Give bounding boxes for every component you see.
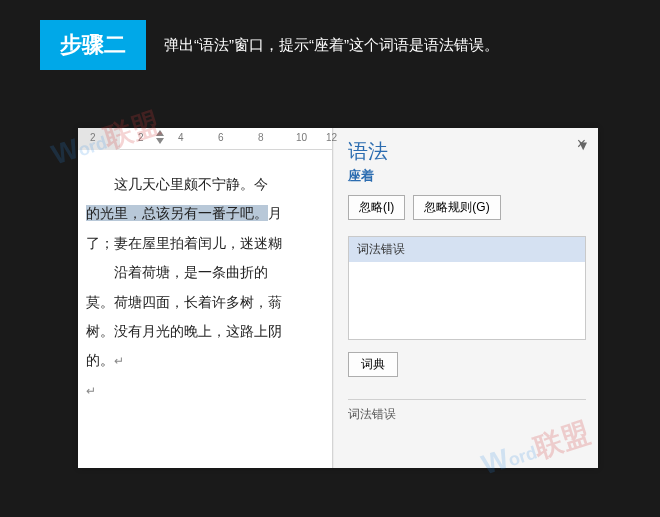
doc-line: 的。↵ xyxy=(86,346,332,375)
paragraph-mark-icon: ↵ xyxy=(86,384,96,398)
word-app-window: 2 2 4 6 8 10 12 这几天心里颇不宁静。今 的光里，总该另有一番子吧… xyxy=(78,128,598,468)
pane-options-icon[interactable]: ▼ xyxy=(577,138,590,153)
step-description: 弹出“语法”窗口，提示“座着”这个词语是语法错误。 xyxy=(164,36,499,55)
doc-line: 了；妻在屋里拍着闰儿，迷迷糊 xyxy=(86,229,332,258)
ignore-rule-button[interactable]: 忽略规则(G) xyxy=(413,195,500,220)
ruler-tick: 8 xyxy=(258,132,264,143)
ruler-margin-shade xyxy=(78,128,120,150)
ruler-tick: 10 xyxy=(296,132,307,143)
ruler-tick: 2 xyxy=(138,132,144,143)
dictionary-row: 词典 xyxy=(348,352,586,377)
doc-line: 这几天心里颇不宁静。今 xyxy=(86,170,332,199)
suggestions-list[interactable]: 词法错误 xyxy=(348,236,586,340)
highlighted-text: 的光里，总该另有一番子吧。 xyxy=(86,205,268,221)
indent-marker-top[interactable] xyxy=(156,130,164,136)
error-type-label: 词法错误 xyxy=(348,399,586,423)
pane-title: 语法 xyxy=(348,138,388,165)
pane-header: 语法 座着 ▼ × xyxy=(348,138,586,185)
suggestion-item[interactable]: 词法错误 xyxy=(349,237,585,262)
doc-line: 沿着荷塘，是一条曲折的 xyxy=(86,258,332,287)
ruler-tick: 2 xyxy=(90,132,96,143)
paragraph-mark-icon: ↵ xyxy=(114,354,124,368)
ruler-tick: 4 xyxy=(178,132,184,143)
ruler-tick: 12 xyxy=(326,132,337,143)
ruler-tick: 6 xyxy=(218,132,224,143)
indent-marker-bottom[interactable] xyxy=(156,138,164,144)
horizontal-ruler[interactable]: 2 2 4 6 8 10 12 xyxy=(78,128,332,150)
flagged-word: 座着 xyxy=(348,167,388,185)
doc-line: 树。没有月光的晚上，这路上阴 xyxy=(86,317,332,346)
ignore-button[interactable]: 忽略(I) xyxy=(348,195,405,220)
document-pane: 2 2 4 6 8 10 12 这几天心里颇不宁静。今 的光里，总该另有一番子吧… xyxy=(78,128,333,468)
document-body[interactable]: 这几天心里颇不宁静。今 的光里，总该另有一番子吧。月 了；妻在屋里拍着闰儿，迷迷… xyxy=(78,150,332,468)
dictionary-button[interactable]: 词典 xyxy=(348,352,398,377)
doc-line: ↵ xyxy=(86,376,332,405)
grammar-task-pane: 语法 座着 ▼ × 忽略(I) 忽略规则(G) 词法错误 词典 词法错误 xyxy=(333,128,598,468)
doc-line: 的光里，总该另有一番子吧。月 xyxy=(86,199,332,228)
tutorial-header: 步骤二 弹出“语法”窗口，提示“座着”这个词语是语法错误。 xyxy=(0,0,660,90)
step-badge: 步骤二 xyxy=(40,20,146,70)
action-buttons-row: 忽略(I) 忽略规则(G) xyxy=(348,195,586,220)
doc-line: 莫。荷塘四面，长着许多树，蓊 xyxy=(86,288,332,317)
